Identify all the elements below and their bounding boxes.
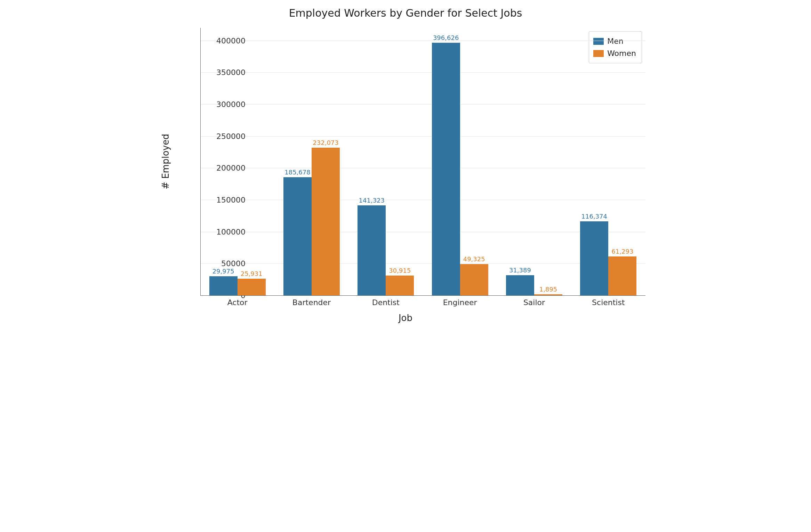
bar-value-label: 232,073 <box>313 139 338 146</box>
grid-line <box>200 41 645 41</box>
x-tick-label: Dentist <box>372 298 400 307</box>
bar-women <box>238 279 266 295</box>
chart-container: Employed Workers by Gender for Select Jo… <box>152 7 659 341</box>
legend-label-women: Women <box>607 47 636 59</box>
bar-value-label: 30,915 <box>389 267 411 274</box>
x-axis-line <box>200 295 645 296</box>
y-tick-label: 50000 <box>176 259 246 268</box>
bar-value-label: 49,325 <box>463 255 485 263</box>
bar-value-label: 396,626 <box>433 34 459 41</box>
y-tick-label: 150000 <box>176 196 246 204</box>
y-tick-label: 250000 <box>176 132 246 140</box>
bar-value-label: 29,975 <box>212 268 234 275</box>
bar-women <box>534 294 562 295</box>
bar-value-label: 31,389 <box>509 267 531 274</box>
x-axis-label: Job <box>152 313 659 323</box>
bar-women <box>608 256 636 295</box>
grid-line <box>200 72 645 73</box>
grid-line <box>200 136 645 137</box>
bar-men <box>283 177 312 295</box>
y-tick-label: 200000 <box>176 164 246 172</box>
legend-swatch-women <box>593 50 604 57</box>
legend: Men Women <box>589 31 642 63</box>
plot-area: Men Women 050000100000150000200000250000… <box>200 28 645 295</box>
x-tick-label: Bartender <box>292 298 331 307</box>
bar-men <box>580 221 608 295</box>
bar-women <box>460 264 488 295</box>
bar-value-label: 25,931 <box>241 270 263 277</box>
legend-item-men: Men <box>593 35 636 47</box>
y-tick-label: 400000 <box>176 36 246 45</box>
bar-value-label: 61,293 <box>611 248 633 255</box>
y-tick-label: 300000 <box>176 100 246 109</box>
bar-value-label: 185,678 <box>284 169 310 176</box>
grid-line <box>200 168 645 168</box>
bar-men <box>358 205 386 295</box>
grid-line <box>200 200 645 200</box>
bar-women <box>386 276 414 295</box>
grid-line <box>200 104 645 105</box>
chart-title: Employed Workers by Gender for Select Jo… <box>152 7 659 19</box>
legend-label-men: Men <box>607 35 623 47</box>
y-tick-label: 350000 <box>176 68 246 77</box>
bar-women <box>312 148 340 295</box>
y-tick-label: 100000 <box>176 227 246 236</box>
bar-value-label: 141,323 <box>359 197 385 204</box>
x-tick-label: Scientist <box>592 298 625 307</box>
y-axis-line <box>200 28 201 295</box>
y-axis-label: # Employed <box>160 134 171 189</box>
grid-line <box>200 232 645 232</box>
legend-swatch-men <box>593 38 604 45</box>
x-tick-label: Actor <box>227 298 248 307</box>
bar-value-label: 116,374 <box>581 213 607 220</box>
bar-value-label: 1,895 <box>539 286 557 293</box>
x-tick-label: Sailor <box>523 298 545 307</box>
x-tick-label: Engineer <box>443 298 477 307</box>
grid-line <box>200 263 645 264</box>
bar-men <box>209 276 238 295</box>
bar-men <box>432 43 460 295</box>
bar-men <box>506 275 534 295</box>
legend-item-women: Women <box>593 47 636 59</box>
